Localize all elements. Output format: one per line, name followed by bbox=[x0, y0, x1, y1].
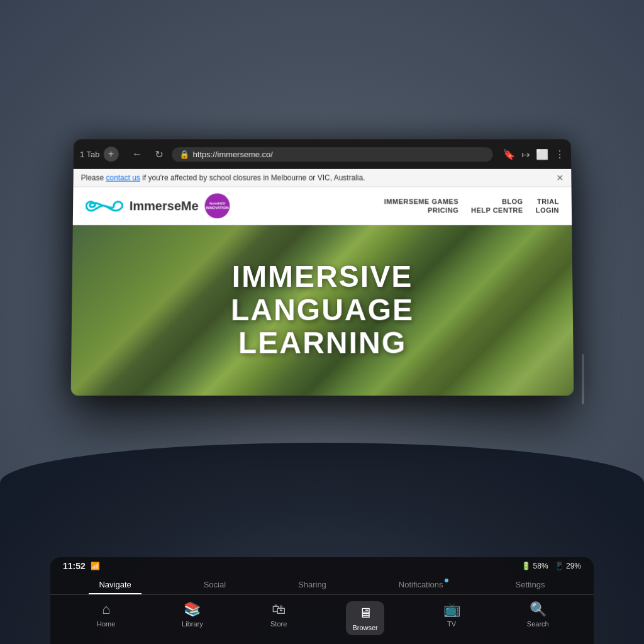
extensions-icon[interactable]: ⬜ bbox=[536, 148, 548, 160]
notification-dot bbox=[445, 579, 448, 582]
site-navigation: ImmerseMe hundrEDINNOVATION IMMERSEME GA… bbox=[73, 187, 572, 226]
scroll-handle[interactable] bbox=[582, 354, 584, 404]
status-bar: 11:52 📶 🔋 58% 📱 29% bbox=[50, 557, 594, 574]
tv-icon: 📺 bbox=[443, 601, 460, 618]
tab-area: 1 Tab + bbox=[80, 147, 119, 162]
tab-count-label: 1 Tab bbox=[80, 150, 100, 159]
hundr-badge: hundrEDINNOVATION bbox=[204, 193, 230, 218]
vr-battery: 🔋 58% bbox=[521, 562, 548, 570]
tab-notifications[interactable]: Notifications bbox=[389, 576, 453, 594]
taskbar-tabs: Navigate Social Sharing Notifications Se… bbox=[50, 574, 594, 595]
nav-item-home[interactable]: ⌂ Home bbox=[87, 601, 125, 635]
nav-item-browser[interactable]: 🖥 Browser bbox=[346, 601, 384, 635]
store-label: Store bbox=[270, 620, 287, 628]
store-icon: 🛍 bbox=[272, 601, 286, 618]
hero-line1: IMMERSIVE bbox=[231, 260, 414, 294]
browser-toolbar: 1 Tab + ← ↻ 🔒 🔖 ↦ ⬜ ⋮ bbox=[74, 139, 571, 169]
tv-label: TV bbox=[447, 620, 456, 628]
home-label: Home bbox=[97, 620, 115, 628]
notification-bar: Please contact us if you're affected by … bbox=[73, 169, 571, 187]
tab-sharing[interactable]: Sharing bbox=[288, 576, 336, 594]
notif-after: if you're affected by school closures in… bbox=[142, 174, 365, 182]
tab-settings[interactable]: Settings bbox=[506, 576, 555, 594]
menu-item-blog[interactable]: BLOG bbox=[471, 197, 523, 205]
notif-link[interactable]: contact us bbox=[106, 174, 140, 182]
browser-icon: 🖥 bbox=[358, 605, 372, 621]
toolbar-actions: 🔖 ↦ ⬜ ⋮ bbox=[502, 148, 565, 160]
address-bar-input[interactable] bbox=[193, 150, 486, 159]
hero-text-overlay: IMMERSIVE LANGUAGE LEARNING bbox=[71, 225, 574, 396]
nav-item-tv[interactable]: 📺 TV bbox=[433, 601, 470, 635]
menu-item-help[interactable]: HELP CENTRE bbox=[471, 206, 523, 214]
nav-item-search[interactable]: 🔍 Search bbox=[519, 601, 557, 635]
menu-item-login[interactable]: LOGIN bbox=[536, 206, 559, 214]
taskbar-nav: ⌂ Home 📚 Library 🛍 Store 🖥 Browser 📺 TV … bbox=[50, 595, 594, 644]
wifi-icon: 📶 bbox=[91, 562, 100, 570]
nav-item-library[interactable]: 📚 Library bbox=[174, 601, 211, 635]
infinity-icon bbox=[86, 196, 123, 215]
browser-window: 1 Tab + ← ↻ 🔒 🔖 ↦ ⬜ ⋮ Please contact us … bbox=[71, 139, 574, 396]
phone-battery: 📱 29% bbox=[555, 562, 581, 570]
home-icon: ⌂ bbox=[102, 601, 110, 618]
close-notification-button[interactable]: ✕ bbox=[556, 173, 564, 183]
hero-line2: LANGUAGE bbox=[231, 294, 414, 327]
hero-heading: IMMERSIVE LANGUAGE LEARNING bbox=[231, 260, 414, 360]
address-bar-wrapper: 🔒 bbox=[172, 147, 493, 162]
notification-text: Please contact us if you're affected by … bbox=[81, 174, 365, 182]
back-button[interactable]: ← bbox=[128, 146, 146, 162]
menu-icon[interactable]: ⋮ bbox=[555, 148, 565, 160]
status-left: 11:52 📶 bbox=[63, 561, 100, 571]
browser-label: Browser bbox=[352, 624, 377, 631]
hundr-badge-text: hundrEDINNOVATION bbox=[206, 201, 229, 210]
fit-icon[interactable]: ↦ bbox=[521, 148, 530, 160]
nav-item-store[interactable]: 🛍 Store bbox=[260, 601, 297, 635]
menu-item-trial[interactable]: TRIAL bbox=[536, 197, 559, 205]
refresh-button[interactable]: ↻ bbox=[151, 146, 167, 163]
status-time: 11:52 bbox=[63, 561, 86, 571]
site-menu: IMMERSEME GAMES BLOG TRIAL PRICING HELP … bbox=[384, 197, 559, 214]
bookmark-icon[interactable]: 🔖 bbox=[502, 148, 515, 160]
search-label: Search bbox=[527, 620, 549, 628]
tab-social[interactable]: Social bbox=[194, 576, 236, 594]
search-icon: 🔍 bbox=[530, 601, 547, 618]
notif-before: Please bbox=[81, 174, 106, 182]
lock-icon: 🔒 bbox=[179, 150, 189, 159]
library-icon: 📚 bbox=[184, 601, 201, 618]
hero-line3: LEARNING bbox=[231, 327, 414, 360]
new-tab-button[interactable]: + bbox=[103, 147, 118, 162]
tab-navigate[interactable]: Navigate bbox=[89, 576, 141, 594]
menu-item-pricing[interactable]: PRICING bbox=[384, 206, 458, 214]
menu-item-games[interactable]: IMMERSEME GAMES bbox=[384, 197, 458, 205]
site-logo-text: ImmerseMe bbox=[130, 199, 199, 213]
site-hero: IMMERSIVE LANGUAGE LEARNING bbox=[71, 225, 574, 396]
status-right: 🔋 58% 📱 29% bbox=[521, 562, 581, 570]
vr-taskbar: 11:52 📶 🔋 58% 📱 29% Navigate Social Shar… bbox=[50, 557, 594, 644]
library-label: Library bbox=[182, 620, 203, 628]
site-logo: ImmerseMe hundrEDINNOVATION bbox=[86, 193, 230, 218]
